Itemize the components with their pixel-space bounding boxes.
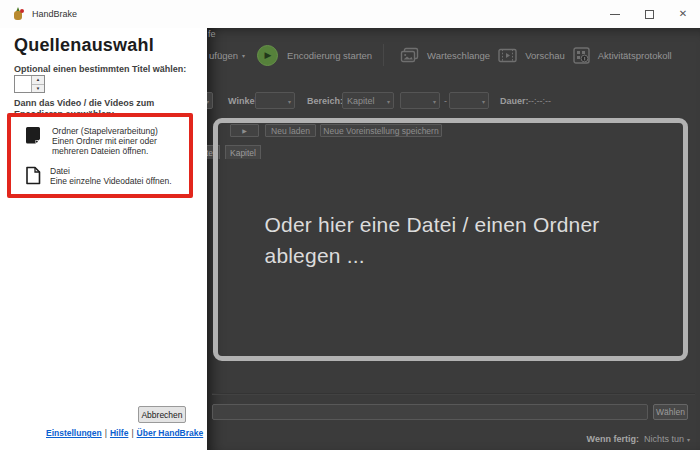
- window-controls: ✕: [598, 0, 700, 28]
- duration-value: --:--:--: [528, 96, 551, 106]
- chevron-down-icon: ▾: [687, 436, 690, 443]
- cancel-button-label: Abbrechen: [141, 410, 182, 420]
- angle-dropdown[interactable]: ▾: [255, 92, 295, 109]
- statusbar: Wenn fertig: Nichts tun ▾: [587, 434, 690, 444]
- save-preset-button[interactable]: Neue Voreinstellung speichern: [320, 124, 442, 137]
- expand-icon: ▶: [242, 127, 247, 134]
- arrow-up-icon: ▲: [36, 77, 40, 82]
- range-label: Bereich:: [307, 96, 343, 106]
- open-file-option[interactable]: Datei Eine einzelne Videodatei öffnen.: [25, 166, 180, 186]
- activity-log-icon: [573, 47, 590, 64]
- start-encode-label[interactable]: Encodierung starten: [287, 50, 372, 61]
- chevron-down-icon: ▾: [482, 98, 485, 105]
- minimize-button[interactable]: [598, 0, 632, 28]
- queue-button[interactable]: Warteschlange: [400, 47, 490, 64]
- open-folder-option[interactable]: Ordner (Stapelverarbeitung) Einen Ordner…: [25, 126, 182, 156]
- range-type-dropdown[interactable]: Kapitel ▾: [342, 92, 394, 109]
- activity-log-button[interactable]: Aktivitätsprotokoll: [573, 47, 672, 64]
- dialog-heading: Quellenauswahl: [14, 35, 154, 56]
- reload-preset-button[interactable]: Neu laden: [265, 124, 316, 137]
- add-to-queue-label: ufügen: [209, 50, 238, 61]
- queue-icon: [400, 47, 419, 64]
- play-icon: ▶: [265, 50, 272, 60]
- range-separator: -: [444, 96, 447, 106]
- chevron-down-icon: ▾: [288, 98, 291, 105]
- range-from-dropdown[interactable]: ▾: [400, 92, 440, 109]
- help-link[interactable]: Hilfe: [110, 428, 128, 438]
- source-selection-panel: Quellenauswahl Optional einen bestimmten…: [0, 28, 207, 456]
- main-window-dimmed: fe ufügen ▾ ▶ Encodierung starten Wartes…: [207, 28, 700, 450]
- chevron-down-icon: ▾: [242, 52, 245, 59]
- activity-log-label: Aktivitätsprotokoll: [598, 50, 672, 61]
- title-dropdown-remnant[interactable]: ▾: [207, 92, 213, 109]
- about-link[interactable]: Über HandBrake: [137, 428, 204, 438]
- close-button[interactable]: ✕: [666, 0, 700, 28]
- preview-label: Vorschau: [525, 50, 565, 61]
- destination-path-input[interactable]: [212, 404, 648, 420]
- highlight-red-box: Ordner (Stapelverarbeitung) Einen Ordner…: [7, 113, 193, 198]
- settings-link[interactable]: Einstellungen: [46, 428, 102, 438]
- add-to-queue-button[interactable]: ufügen ▾: [209, 50, 245, 61]
- when-done-label: Wenn fertig:: [587, 434, 639, 444]
- chevron-down-icon: ▾: [207, 98, 209, 105]
- preview-icon: [498, 48, 517, 63]
- window-title: HandBrake: [32, 9, 77, 19]
- preset-expand-button[interactable]: ▶: [230, 124, 259, 137]
- title-number-value: [15, 76, 31, 92]
- source-range-row: ▾ Winkel: ▾ Bereich: Kapitel ▾ ▾ - ▾ Dau…: [207, 92, 700, 110]
- choose-destination-label: Wählen: [656, 407, 685, 417]
- optional-title-label: Optional einen bestimmten Titel wählen:: [14, 64, 186, 74]
- open-folder-title: Ordner (Stapelverarbeitung): [52, 126, 182, 136]
- when-done-value: Nichts tun: [644, 434, 684, 444]
- title-number-spinner[interactable]: ▲ ▼: [14, 75, 45, 93]
- cancel-button[interactable]: Abbrechen: [138, 406, 186, 423]
- close-icon: ✕: [679, 9, 687, 19]
- open-file-title: Datei: [50, 166, 180, 176]
- spinner-up-button[interactable]: ▲: [32, 76, 44, 85]
- open-file-description: Eine einzelne Videodatei öffnen.: [50, 176, 180, 186]
- minimize-icon: [610, 14, 620, 15]
- arrow-down-icon: ▼: [36, 86, 40, 91]
- footer-links: Einstellungen|Hilfe|Über HandBrake: [46, 428, 203, 438]
- spinner-down-button[interactable]: ▼: [32, 85, 44, 93]
- start-encode-button[interactable]: ▶: [257, 45, 278, 66]
- preview-button[interactable]: Vorschau: [498, 48, 565, 63]
- chevron-down-icon: ▾: [433, 98, 436, 105]
- drop-zone-message: Oder hier eine Datei / einen Ordner able…: [265, 209, 637, 271]
- range-type-value: Kapitel: [347, 96, 375, 106]
- chevron-down-icon: ▾: [387, 98, 390, 105]
- spinner-buttons: ▲ ▼: [31, 76, 44, 92]
- link-separator: |: [105, 428, 107, 438]
- toolbar: ufügen ▾ ▶ Encodierung starten Warteschl…: [207, 41, 700, 69]
- maximize-icon: [645, 10, 654, 19]
- maximize-button[interactable]: [632, 0, 666, 28]
- choose-destination-button[interactable]: Wählen: [653, 404, 688, 420]
- save-preset-label: Neue Voreinstellung speichern: [323, 126, 438, 136]
- menu-help-remnant: fe: [208, 29, 216, 39]
- open-folder-description: Einen Ordner mit einer oder mehreren Dat…: [52, 136, 182, 156]
- bottom-divider: [212, 393, 695, 394]
- handbrake-logo-icon: [11, 7, 25, 21]
- toolbar-divider: [383, 44, 384, 66]
- when-done-dropdown[interactable]: Nichts tun ▾: [644, 434, 690, 444]
- titlebar: HandBrake ✕: [0, 0, 700, 28]
- link-separator: |: [131, 428, 133, 438]
- folder-batch-icon: [25, 126, 43, 145]
- reload-preset-label: Neu laden: [271, 126, 310, 136]
- file-icon: [25, 166, 41, 185]
- range-to-dropdown[interactable]: ▾: [449, 92, 489, 109]
- duration-label: Dauer:: [500, 96, 529, 106]
- queue-label: Warteschlange: [427, 50, 490, 61]
- drop-zone[interactable]: Oder hier eine Datei / einen Ordner able…: [213, 118, 688, 361]
